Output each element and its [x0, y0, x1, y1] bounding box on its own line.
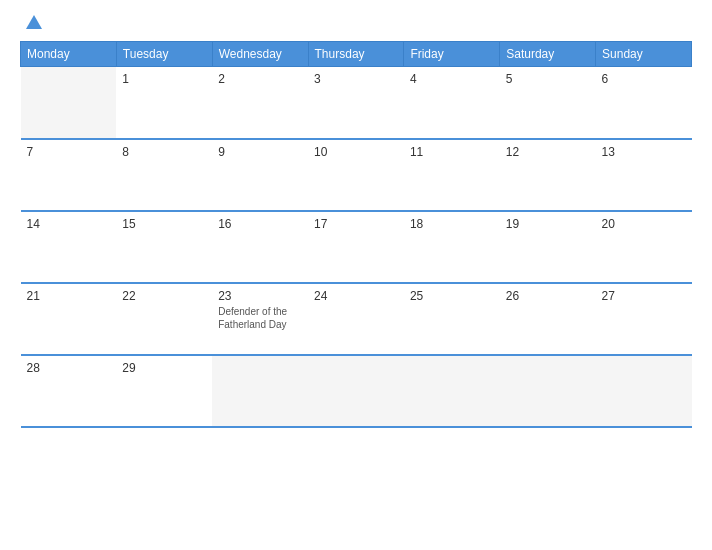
calendar-day-cell: 11: [404, 139, 500, 211]
calendar-day-cell: 12: [500, 139, 596, 211]
day-of-week-header: Tuesday: [116, 42, 212, 67]
calendar-day-cell: 13: [596, 139, 692, 211]
calendar-day-cell: [212, 355, 308, 427]
day-number: 8: [122, 145, 206, 159]
day-number: 16: [218, 217, 302, 231]
calendar-week-row: 14151617181920: [21, 211, 692, 283]
calendar-day-cell: 10: [308, 139, 404, 211]
calendar-day-cell: 25: [404, 283, 500, 355]
calendar-page: MondayTuesdayWednesdayThursdayFridaySatu…: [0, 0, 712, 550]
day-number: 26: [506, 289, 590, 303]
calendar-week-row: 2829: [21, 355, 692, 427]
day-of-week-header: Monday: [21, 42, 117, 67]
calendar-day-cell: 4: [404, 67, 500, 139]
day-number: 11: [410, 145, 494, 159]
calendar-day-cell: 29: [116, 355, 212, 427]
day-number: 28: [27, 361, 111, 375]
calendar-day-cell: 6: [596, 67, 692, 139]
calendar-day-cell: 23Defender of the Fatherland Day: [212, 283, 308, 355]
calendar-day-cell: 5: [500, 67, 596, 139]
day-of-week-header: Friday: [404, 42, 500, 67]
day-number: 22: [122, 289, 206, 303]
calendar-day-cell: 24: [308, 283, 404, 355]
day-number: 9: [218, 145, 302, 159]
holiday-label: Defender of the Fatherland Day: [218, 305, 302, 331]
calendar-day-cell: [308, 355, 404, 427]
day-number: 17: [314, 217, 398, 231]
day-number: 14: [27, 217, 111, 231]
day-number: 25: [410, 289, 494, 303]
calendar-day-cell: 19: [500, 211, 596, 283]
calendar-table: MondayTuesdayWednesdayThursdayFridaySatu…: [20, 41, 692, 428]
calendar-day-cell: 3: [308, 67, 404, 139]
day-number: 13: [602, 145, 686, 159]
header: [20, 15, 692, 29]
day-number: 4: [410, 72, 494, 86]
calendar-day-cell: 16: [212, 211, 308, 283]
day-number: 1: [122, 72, 206, 86]
calendar-day-cell: 15: [116, 211, 212, 283]
day-number: 3: [314, 72, 398, 86]
day-number: 20: [602, 217, 686, 231]
day-number: 29: [122, 361, 206, 375]
calendar-day-cell: 2: [212, 67, 308, 139]
calendar-day-cell: 20: [596, 211, 692, 283]
day-of-week-header: Saturday: [500, 42, 596, 67]
calendar-day-cell: [21, 67, 117, 139]
calendar-day-cell: 26: [500, 283, 596, 355]
day-number: 2: [218, 72, 302, 86]
calendar-day-cell: 1: [116, 67, 212, 139]
calendar-day-cell: 28: [21, 355, 117, 427]
day-number: 10: [314, 145, 398, 159]
calendar-header-row: MondayTuesdayWednesdayThursdayFridaySatu…: [21, 42, 692, 67]
calendar-week-row: 212223Defender of the Fatherland Day2425…: [21, 283, 692, 355]
day-number: 5: [506, 72, 590, 86]
calendar-day-cell: 14: [21, 211, 117, 283]
day-of-week-header: Wednesday: [212, 42, 308, 67]
calendar-week-row: 123456: [21, 67, 692, 139]
calendar-day-cell: 18: [404, 211, 500, 283]
day-number: 21: [27, 289, 111, 303]
day-number: 27: [602, 289, 686, 303]
calendar-day-cell: 17: [308, 211, 404, 283]
logo-triangle-icon: [26, 15, 42, 29]
calendar-day-cell: 22: [116, 283, 212, 355]
day-number: 7: [27, 145, 111, 159]
logo: [20, 15, 46, 29]
day-number: 18: [410, 217, 494, 231]
day-of-week-header: Thursday: [308, 42, 404, 67]
day-of-week-header: Sunday: [596, 42, 692, 67]
calendar-day-cell: [404, 355, 500, 427]
day-number: 19: [506, 217, 590, 231]
calendar-day-cell: [596, 355, 692, 427]
day-number: 23: [218, 289, 302, 303]
day-number: 24: [314, 289, 398, 303]
day-number: 12: [506, 145, 590, 159]
calendar-day-cell: [500, 355, 596, 427]
day-number: 6: [602, 72, 686, 86]
calendar-day-cell: 7: [21, 139, 117, 211]
calendar-day-cell: 27: [596, 283, 692, 355]
calendar-day-cell: 8: [116, 139, 212, 211]
day-number: 15: [122, 217, 206, 231]
calendar-day-cell: 9: [212, 139, 308, 211]
calendar-week-row: 78910111213: [21, 139, 692, 211]
calendar-day-cell: 21: [21, 283, 117, 355]
